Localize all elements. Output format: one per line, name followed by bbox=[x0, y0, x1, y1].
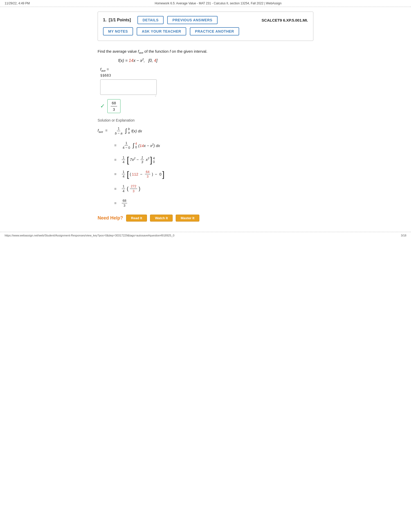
details-button[interactable]: DETAILS bbox=[137, 16, 164, 24]
frac-1-ba: 1 b − a bbox=[114, 126, 123, 135]
f-ave-eq-label: fave = bbox=[98, 128, 111, 133]
frac-1-3: 1 3 bbox=[141, 155, 144, 164]
previous-answers-button[interactable]: PREVIOUS ANSWERS bbox=[167, 16, 217, 24]
frac-1-4b: 1 4 bbox=[122, 170, 125, 179]
eq-sign-4: = bbox=[111, 172, 119, 176]
solution-title: Solution or Explanation bbox=[98, 118, 313, 122]
paren-close: ) bbox=[152, 172, 153, 176]
solution-row-1: fave = 1 b − a ∫ b a f(x) dx bbox=[98, 126, 313, 135]
bracket-right-2: ] bbox=[162, 170, 165, 178]
solution-row-2: = 1 4 − 0 ∫ 4 0 (14x − x2) dx bbox=[111, 141, 313, 150]
watch-it-button[interactable]: Watch It bbox=[150, 215, 173, 222]
frac-64-3: 64 3 bbox=[145, 170, 150, 179]
bracket-right: ] bbox=[150, 156, 152, 164]
frac-68-3-final: 68 3 bbox=[122, 199, 127, 207]
footer-url: https://www.webassign.net/web/Student/As… bbox=[5, 234, 174, 237]
frac-bot-4: 4 bbox=[122, 160, 125, 164]
f-ave-label: fave bbox=[100, 67, 106, 71]
frac-1-3-bot: 3 bbox=[141, 160, 144, 164]
f-ave-text: fave bbox=[138, 49, 143, 53]
bracket-left: [ bbox=[127, 156, 129, 164]
points-value: [1/1 Points] bbox=[109, 18, 131, 22]
my-notes-button[interactable]: MY NOTES bbox=[103, 27, 133, 35]
frac-1-4b-bot: 4 bbox=[122, 174, 125, 179]
coefficient-14: 14 bbox=[129, 58, 133, 63]
frac-1-4: 1 4 bbox=[122, 155, 125, 164]
question-header: 1. [1/1 Points] DETAILS PREVIOUS ANSWERS… bbox=[103, 16, 308, 24]
timestamp: 11/29/22, 4:49 PM bbox=[5, 2, 30, 5]
frac-64-top: 64 bbox=[145, 170, 150, 175]
question-number-points: 1. [1/1 Points] bbox=[103, 18, 134, 22]
solution-rhs-2: 1 4 − 0 ∫ 4 0 (14x − x2) dx bbox=[119, 141, 160, 150]
upper-bound-4: 4 bbox=[154, 58, 156, 63]
paren-big-left: ( bbox=[127, 186, 128, 192]
integral-upper-b: b bbox=[128, 127, 130, 131]
answer-prompt: fave = bbox=[100, 67, 313, 72]
fraction-numerator: 68 bbox=[111, 100, 117, 106]
answer-input-wrapper: ⌟ bbox=[100, 79, 157, 97]
problem-text: Find the average value fave of the funct… bbox=[98, 49, 313, 54]
solution-row-6: = 68 3 bbox=[111, 199, 313, 207]
solution-row-4: = 1 4 [ ( 112 − 64 3 ) − bbox=[111, 170, 313, 179]
practice-another-button[interactable]: PRACTICE ANOTHER bbox=[190, 27, 239, 35]
integrand-fx: f(x) dx bbox=[131, 129, 142, 133]
bracket-left-2: [ bbox=[127, 170, 129, 178]
correct-answer-display: ✓ 68 3 bbox=[100, 99, 313, 113]
frac-272-top: 272 bbox=[130, 184, 137, 189]
solution-rhs-4: 1 4 [ ( 112 − 64 3 ) − 0 ] bbox=[119, 170, 164, 179]
checkmark-icon: ✓ bbox=[100, 103, 105, 109]
need-help-bar: Need Help? Read It Watch It Master It bbox=[98, 215, 313, 222]
frac-bot-4-0: 4 − 0 bbox=[122, 145, 131, 150]
solution-rhs-1: 1 b − a ∫ b a f(x) dx bbox=[111, 126, 142, 135]
frac-1-4c-bot: 4 bbox=[122, 189, 125, 193]
eq-sign-6: = bbox=[111, 201, 119, 205]
frac-68-bot: 3 bbox=[123, 203, 126, 208]
val-112: 112 bbox=[132, 172, 138, 176]
correct-answer-fraction: 68 3 bbox=[107, 99, 120, 113]
frac-68-top: 68 bbox=[122, 199, 127, 203]
answer-code: $$683 bbox=[100, 73, 313, 77]
bracket-content: 7x2 − 1 3 x3 bbox=[130, 155, 149, 164]
frac-1-3-top: 1 bbox=[141, 155, 144, 160]
ask-teacher-button[interactable]: ASK YOUR TEACHER bbox=[137, 27, 186, 35]
frac-top-1: 1 bbox=[125, 141, 128, 146]
solution-rhs-5: 1 4 ( 272 3 ) bbox=[119, 184, 140, 193]
footer-bar: https://www.webassign.net/web/Student/As… bbox=[0, 232, 411, 239]
integral-upper-4: 4 bbox=[135, 142, 137, 145]
read-it-button[interactable]: Read It bbox=[126, 215, 147, 222]
integral-lower-0: 0 bbox=[135, 145, 137, 149]
eq-sign-2: = bbox=[111, 143, 119, 148]
integral-symbol-1: ∫ bbox=[125, 127, 127, 134]
question-actions: MY NOTES ASK YOUR TEACHER PRACTICE ANOTH… bbox=[103, 27, 308, 35]
frac-272-3: 272 3 bbox=[130, 184, 137, 193]
frac-272-bot: 3 bbox=[132, 189, 135, 193]
frac-1-4b-top: 1 bbox=[122, 170, 125, 175]
frac-1-ba-top: 1 bbox=[117, 126, 120, 131]
page-number: 3/18 bbox=[401, 234, 406, 237]
paren-open: ( bbox=[130, 172, 131, 176]
eq-sign-3: = bbox=[111, 158, 119, 162]
eval-upper-4: 4 bbox=[153, 157, 155, 160]
frac-1-4c-top: 1 bbox=[122, 184, 125, 189]
frac-1-ba-bot: b − a bbox=[114, 131, 123, 135]
integral-lower-a: a bbox=[128, 131, 130, 134]
integral-symbol-2: ∫ bbox=[133, 142, 134, 149]
content-area: Find the average value fave of the funct… bbox=[98, 47, 313, 222]
fraction-denominator: 3 bbox=[112, 106, 116, 112]
question-number: 1. bbox=[103, 18, 108, 22]
scalcet-label: SCALCET9 6.XP.5.001.MI. bbox=[261, 18, 308, 22]
function-display: f(x) = 14x − x2, [0, 4] bbox=[118, 58, 313, 63]
frac-64-bot: 3 bbox=[146, 174, 149, 179]
eq-sign-5: = bbox=[111, 187, 119, 191]
paren-big-right: ) bbox=[139, 186, 141, 192]
question-box: 1. [1/1 Points] DETAILS PREVIOUS ANSWERS… bbox=[98, 12, 313, 41]
integrand-2: (14x − x2) dx bbox=[138, 143, 160, 148]
solution-rhs-6: 68 3 bbox=[119, 199, 128, 207]
integral-limits-2: 4 0 bbox=[135, 142, 137, 149]
eval-lower-0: 0 bbox=[153, 160, 155, 164]
eval-limits-3: 4 0 bbox=[153, 157, 155, 164]
master-it-button[interactable]: Master It bbox=[176, 215, 199, 222]
need-help-label: Need Help? bbox=[98, 215, 123, 221]
answer-input[interactable] bbox=[100, 79, 157, 95]
solution-row-3: = 1 4 [ 7x2 − 1 3 x3 bbox=[111, 155, 313, 164]
